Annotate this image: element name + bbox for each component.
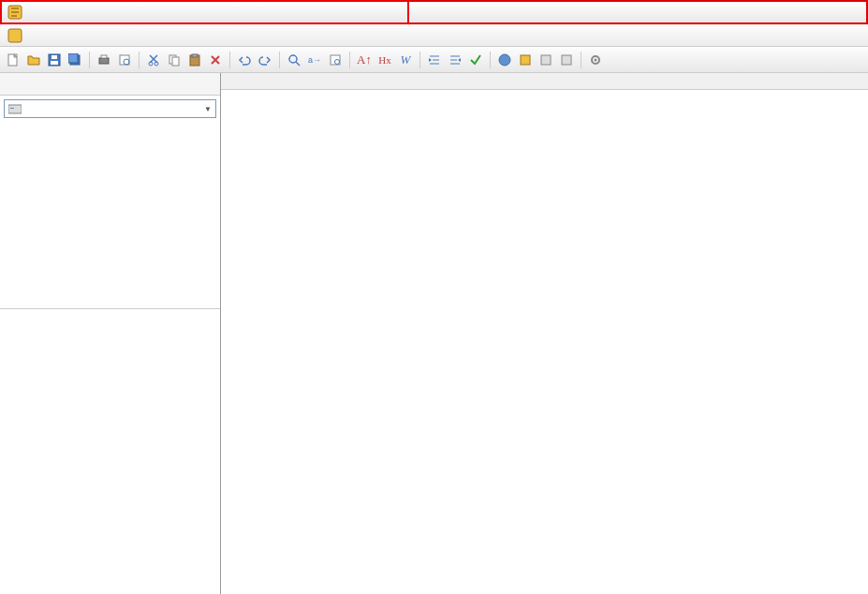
- svg-rect-1: [8, 29, 22, 42]
- toolbar: a→b A↑ Hx W: [0, 47, 868, 73]
- save-button[interactable]: [45, 51, 64, 69]
- new-file-button[interactable]: [4, 51, 22, 69]
- toolbar-separator: [419, 52, 420, 68]
- toolbar-separator: [490, 52, 491, 68]
- settings-button[interactable]: [586, 51, 605, 69]
- svg-text:a→b: a→b: [308, 55, 321, 65]
- outdent-button[interactable]: [446, 51, 464, 69]
- drive-selector[interactable]: ▼: [4, 99, 216, 118]
- svg-rect-7: [68, 53, 78, 63]
- print-preview-button[interactable]: [115, 51, 134, 69]
- find-button[interactable]: [285, 51, 303, 69]
- toolbar-separator: [279, 52, 280, 68]
- paste-button[interactable]: [185, 51, 204, 69]
- svg-point-18: [289, 55, 297, 63]
- ruler: [221, 73, 868, 90]
- indent-button[interactable]: [425, 51, 444, 69]
- dropdown-arrow-icon: ▼: [204, 105, 212, 113]
- wordwrap-button[interactable]: W: [396, 51, 415, 69]
- svg-point-27: [595, 58, 597, 61]
- toolbar-separator: [139, 52, 140, 68]
- browser-button[interactable]: [495, 51, 514, 69]
- svg-rect-24: [541, 55, 551, 65]
- svg-rect-29: [10, 108, 14, 109]
- redo-button[interactable]: [256, 51, 274, 69]
- check-button[interactable]: [466, 51, 485, 69]
- undo-button[interactable]: [235, 51, 254, 69]
- delete-button[interactable]: [206, 51, 225, 69]
- app-menu-icon: [7, 28, 22, 43]
- tool1-button[interactable]: [516, 51, 535, 69]
- menubar: [0, 24, 868, 47]
- toolbar-separator: [581, 52, 581, 68]
- open-file-button[interactable]: [24, 51, 43, 69]
- svg-rect-4: [51, 61, 58, 65]
- svg-rect-17: [192, 54, 198, 57]
- editor: [221, 73, 868, 594]
- sidebar-tabs: [0, 73, 220, 96]
- svg-rect-15: [172, 57, 179, 66]
- svg-rect-23: [521, 55, 530, 65]
- file-list[interactable]: [0, 309, 220, 594]
- svg-rect-8: [99, 58, 109, 64]
- folder-tree[interactable]: [0, 122, 220, 309]
- svg-rect-9: [101, 55, 107, 58]
- svg-rect-25: [562, 55, 571, 65]
- tool3-button[interactable]: [557, 51, 576, 69]
- sidebar: ▼: [0, 73, 221, 594]
- titlebar: [0, 0, 868, 24]
- replace-button[interactable]: a→b: [305, 51, 324, 69]
- cut-button[interactable]: [144, 51, 163, 69]
- save-all-button[interactable]: [66, 51, 84, 69]
- print-button[interactable]: [95, 51, 113, 69]
- copy-button[interactable]: [165, 51, 184, 69]
- app-icon: [7, 5, 22, 20]
- tool2-button[interactable]: [537, 51, 555, 69]
- svg-point-22: [499, 54, 510, 66]
- code-area[interactable]: [221, 90, 868, 594]
- toolbar-separator: [349, 52, 350, 68]
- find-in-files-button[interactable]: [326, 51, 345, 69]
- svg-rect-5: [51, 55, 57, 59]
- toolbar-separator: [89, 52, 90, 68]
- toolbar-separator: [229, 52, 230, 68]
- hex-button[interactable]: Hx: [375, 51, 394, 69]
- font-increase-button[interactable]: A↑: [355, 51, 374, 69]
- svg-rect-28: [8, 105, 22, 113]
